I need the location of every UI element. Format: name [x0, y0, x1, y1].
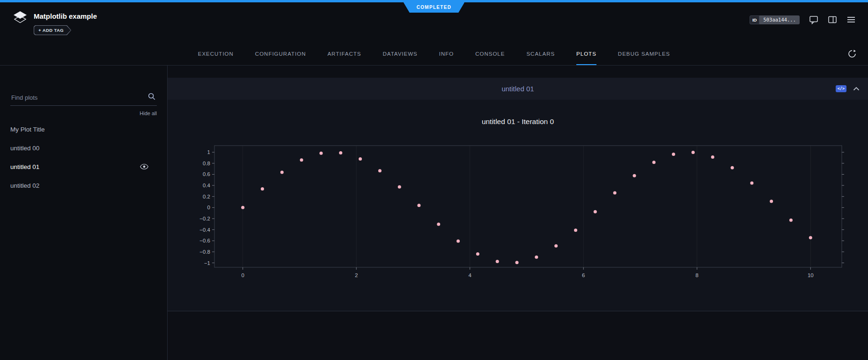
scatter-point [300, 158, 303, 162]
chevron-up-icon[interactable] [853, 87, 860, 91]
scatter-point [359, 157, 362, 161]
experiment-id-badge[interactable]: ID 503aa144... [750, 15, 800, 24]
tab-artifacts[interactable]: ARTIFACTS [327, 43, 361, 65]
visibility-eye-icon[interactable] [140, 164, 148, 169]
search-icon[interactable] [147, 92, 156, 103]
plot-item-label: untitled 00 [10, 145, 39, 152]
svg-text:1: 1 [207, 149, 210, 155]
tab-scalars[interactable]: SCALARS [526, 43, 555, 65]
clearml-logo-icon[interactable] [13, 11, 27, 43]
scatter-point [809, 236, 812, 239]
tab-dataviews[interactable]: DATAVIEWS [383, 43, 418, 65]
title-block: Matplotlib example + ADD TAG [34, 10, 97, 43]
tab-configuration[interactable]: CONFIGURATION [255, 43, 306, 65]
plot-list-item-untitled-02[interactable]: untitled 02 [10, 176, 157, 195]
tab-bar: EXECUTIONCONFIGURATIONARTIFACTSDATAVIEWS… [0, 43, 868, 66]
tab-debug-samples[interactable]: DEBUG SAMPLES [618, 43, 670, 65]
add-tag-label: + ADD TAG [34, 26, 71, 35]
plot-item-label: untitled 01 [10, 163, 39, 170]
tab-items: EXECUTIONCONFIGURATIONARTIFACTSDATAVIEWS… [198, 43, 670, 65]
svg-text:0: 0 [241, 272, 244, 278]
scatter-point [339, 151, 342, 154]
scatter-point [417, 204, 420, 207]
content-area: Hide all My Plot Titleuntitled 00untitle… [0, 66, 868, 360]
scatter-point [476, 252, 479, 256]
scatter-point [378, 169, 382, 172]
scatter-point [280, 171, 284, 174]
tab-plots[interactable]: PLOTS [576, 43, 596, 65]
scatter-point [789, 219, 793, 222]
svg-text:−0.2: −0.2 [199, 216, 210, 221]
tab-console[interactable]: CONSOLE [475, 43, 505, 65]
svg-text:0: 0 [207, 205, 210, 210]
header-left: Matplotlib example + ADD TAG [13, 10, 97, 43]
auto-refresh-icon[interactable] [847, 49, 857, 60]
scatter-point [691, 151, 695, 154]
plot-panel-untitled-01: untitled 01 </> untitled 01 - Iteration … [168, 78, 868, 311]
plot-panel-actions: </> [836, 78, 860, 100]
plot-list-item-untitled-01[interactable]: untitled 01 [10, 157, 157, 176]
scatter-point [672, 153, 675, 156]
scatter-point [241, 206, 244, 209]
svg-text:0.8: 0.8 [203, 161, 210, 166]
id-value: 503aa144... [759, 15, 800, 24]
scatter-point [398, 185, 401, 189]
scatter-point [535, 256, 538, 259]
status-label: COMPLETED [417, 5, 451, 10]
hide-all-link[interactable]: Hide all [10, 110, 157, 116]
add-tag-button[interactable]: + ADD TAG [34, 25, 71, 35]
plot-panel-title: untitled 01 [501, 85, 534, 93]
plot-list-item-untitled-00[interactable]: untitled 00 [10, 139, 157, 157]
find-plots-input[interactable] [10, 91, 157, 106]
tab-info[interactable]: INFO [439, 43, 454, 65]
svg-text:10: 10 [808, 272, 814, 278]
svg-text:8: 8 [696, 272, 699, 278]
id-label: ID [750, 15, 760, 24]
svg-text:−0.6: −0.6 [199, 238, 210, 243]
scatter-point [496, 260, 499, 263]
scatter-point [554, 244, 558, 248]
chart-title: untitled 01 - Iteration 0 [168, 100, 868, 126]
view-code-icon[interactable]: </> [836, 85, 846, 92]
scatter-point [633, 174, 636, 177]
svg-text:−0.8: −0.8 [199, 249, 210, 255]
svg-text:6: 6 [582, 272, 585, 278]
scatter-point [731, 166, 734, 169]
scatter-point [574, 228, 577, 232]
find-plots-search [10, 91, 157, 106]
plot-card: untitled 01 - Iteration 0 10.80.60.40.20… [168, 100, 868, 311]
svg-text:−0.4: −0.4 [199, 227, 210, 233]
scatter-point [437, 223, 440, 226]
plots-main-area: untitled 01 </> untitled 01 - Iteration … [168, 66, 868, 360]
comment-icon[interactable] [809, 15, 818, 24]
plot-list: My Plot Titleuntitled 00untitled 01untit… [10, 120, 157, 195]
scatter-point [515, 261, 519, 264]
plots-sidebar: Hide all My Plot Titleuntitled 00untitle… [0, 66, 168, 360]
tab-execution[interactable]: EXECUTION [198, 43, 234, 65]
scatter-point [652, 161, 655, 164]
svg-text:0.2: 0.2 [203, 194, 210, 199]
scatter-point [750, 182, 753, 185]
hamburger-menu-icon[interactable] [846, 15, 856, 24]
svg-text:0.4: 0.4 [203, 183, 211, 188]
plot-item-label: untitled 02 [10, 182, 39, 189]
svg-text:2: 2 [355, 272, 358, 278]
scatter-point [261, 187, 264, 191]
scatter-point [770, 199, 773, 203]
side-panel-layout-icon[interactable] [828, 15, 837, 24]
experiment-title: Matplotlib example [34, 12, 97, 20]
scatter-point [711, 155, 714, 159]
plot-panel-header: untitled 01 </> [168, 78, 868, 100]
svg-text:4: 4 [468, 272, 471, 278]
scatter-point [319, 152, 323, 155]
plot-list-item-my-plot-title[interactable]: My Plot Title [10, 120, 157, 139]
scatter-point [613, 191, 617, 195]
scatter-point [456, 239, 460, 242]
header-right: ID 503aa144... [750, 14, 856, 26]
svg-text:−1: −1 [204, 260, 210, 266]
plot-item-label: My Plot Title [10, 126, 45, 133]
scatter-chart[interactable]: 10.80.60.40.20−0.2−0.4−0.6−0.8−10246810 [181, 142, 855, 283]
status-badge: COMPLETED [404, 2, 464, 13]
svg-text:0.6: 0.6 [203, 171, 210, 177]
scatter-point [594, 210, 597, 213]
